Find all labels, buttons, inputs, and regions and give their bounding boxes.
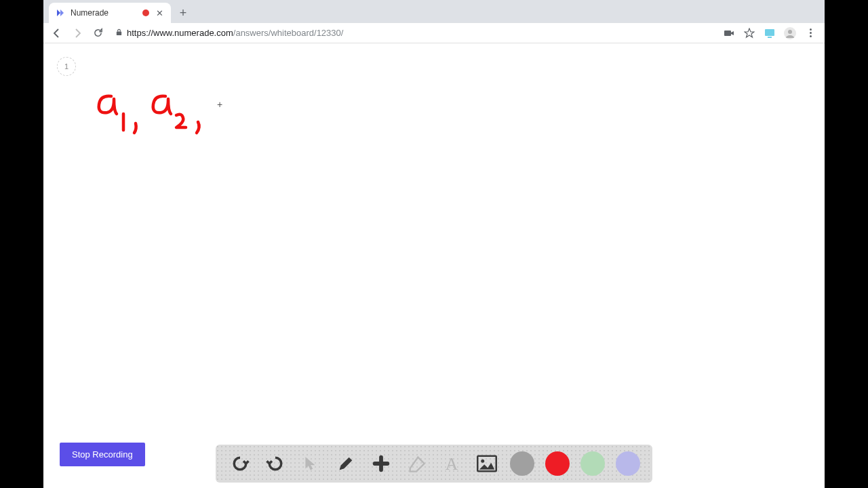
tab-title: Numerade [71, 8, 137, 18]
svg-point-10 [481, 460, 484, 463]
tab-strip: Numerade ✕ + [43, 0, 825, 23]
tool-panel: A [216, 445, 652, 483]
browser-window: Numerade ✕ + https://www.numerade.com/an… [43, 0, 825, 488]
svg-rect-4 [765, 29, 774, 36]
page-content: 1 [43, 43, 825, 488]
profile-avatar-icon[interactable] [784, 27, 796, 39]
forward-button[interactable] [69, 25, 85, 41]
svg-marker-0 [57, 9, 60, 16]
address-bar[interactable]: https://www.numerade.com/answers/whitebo… [110, 25, 719, 41]
url-text: https://www.numerade.com/answers/whitebo… [127, 28, 343, 38]
svg-rect-3 [724, 30, 731, 36]
url-host: https://www.numerade.com [127, 28, 233, 38]
url-path: /answers/whiteboard/12330/ [233, 28, 344, 38]
recording-indicator-icon [142, 9, 149, 16]
color-gray-button[interactable] [510, 451, 534, 476]
camera-icon[interactable] [723, 27, 735, 39]
color-purple-button[interactable] [616, 451, 640, 476]
back-button[interactable] [49, 25, 65, 41]
pencil-tool-button[interactable] [334, 451, 358, 476]
menu-button[interactable] [804, 27, 816, 39]
new-tab-button[interactable]: + [174, 3, 193, 22]
browser-toolbar: https://www.numerade.com/answers/whitebo… [43, 23, 825, 43]
reload-button[interactable] [90, 25, 106, 41]
svg-rect-2 [117, 32, 121, 36]
undo-button[interactable] [228, 451, 252, 476]
browser-tab[interactable]: Numerade ✕ [49, 3, 171, 23]
color-green-button[interactable] [580, 451, 605, 476]
pointer-tool-button[interactable] [298, 451, 323, 476]
tab-close-button[interactable]: ✕ [155, 8, 164, 18]
text-tool-button[interactable]: A [439, 451, 464, 476]
toolbar-right [723, 27, 819, 39]
redo-button[interactable] [263, 451, 288, 476]
lock-icon [115, 28, 123, 37]
monitor-extension-icon[interactable] [764, 27, 776, 39]
add-tool-button[interactable] [369, 451, 393, 476]
svg-text:A: A [446, 454, 458, 473]
svg-point-7 [788, 30, 792, 34]
svg-marker-1 [60, 9, 64, 16]
svg-rect-5 [768, 37, 772, 38]
numerade-favicon-icon [56, 8, 65, 18]
handwriting-strokes [91, 84, 226, 141]
star-icon[interactable] [743, 27, 755, 39]
color-red-button[interactable] [545, 451, 570, 476]
eraser-tool-button[interactable] [404, 451, 429, 476]
image-tool-button[interactable] [475, 451, 499, 476]
crosshair-cursor-icon: + [217, 99, 222, 110]
whiteboard-canvas[interactable]: + [43, 43, 825, 488]
stop-recording-button[interactable]: Stop Recording [60, 443, 145, 466]
